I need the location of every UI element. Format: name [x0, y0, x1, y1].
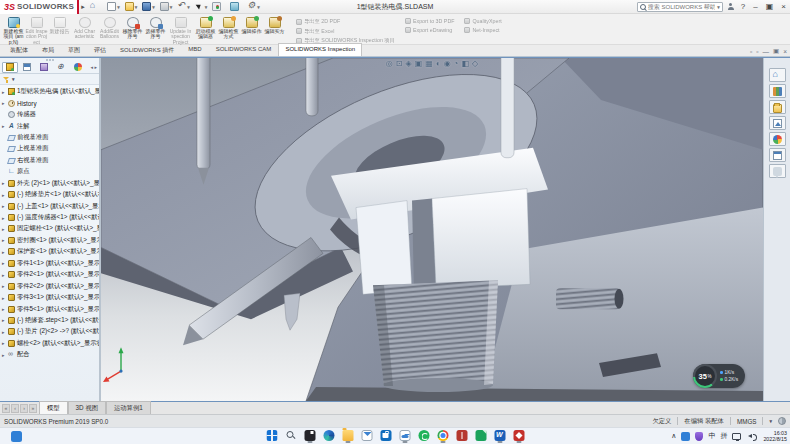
graphics-viewport[interactable]: ◎⊡◈▣▦◐◉◔◧◇ 35% 1K/s 0.2K/s [101, 58, 763, 401]
taskbar-pinned-doc[interactable] [10, 431, 22, 442]
tab-scroll-button[interactable]: » [29, 404, 37, 413]
tab-scroll-button[interactable]: « [2, 404, 10, 413]
taskbar-icon[interactable] [323, 430, 335, 443]
units-caret[interactable]: ▾ [769, 418, 772, 424]
command-tab[interactable]: MBD [181, 43, 208, 56]
taskbar-clock[interactable]: 16:03 2022/8/15 [763, 430, 787, 443]
chevron-down-icon[interactable]: ▾ [187, 4, 190, 10]
export-button[interactable]: 导出至 Excel [296, 28, 395, 35]
chevron-down-icon[interactable]: ▾ [205, 4, 208, 10]
tree-item[interactable]: 保护套<1> (默认<<默认>_显示状 [0, 246, 99, 257]
document-tab[interactable]: 运动算例1 [106, 401, 151, 414]
chevron-down-icon[interactable]: ▾ [135, 4, 138, 10]
chevron-down-icon[interactable]: ▾ [117, 4, 120, 10]
tray-expand-icon[interactable]: ∧ [671, 432, 676, 440]
ribbon-button[interactable]: 编辑操作 [240, 15, 263, 34]
quick-access-button[interactable]: ▾ [141, 1, 156, 13]
help-button[interactable]: ? [739, 0, 747, 14]
export-button[interactable]: Export eDrawing [405, 27, 455, 33]
tree-item[interactable]: 注解 [0, 120, 99, 131]
taskbar-icon[interactable] [456, 430, 468, 443]
chevron-down-icon[interactable]: ▾ [257, 4, 260, 10]
taskbar-icon[interactable] [513, 430, 525, 443]
ribbon-button[interactable]: 新建检查项目 (amp;N) [2, 15, 25, 45]
security-shield-icon[interactable] [695, 432, 703, 441]
menu-expand-arrow[interactable]: ▸ [81, 3, 85, 11]
ribbon-button[interactable]: Add Characteristic [73, 15, 96, 40]
tree-item[interactable]: 前视基准面 [0, 132, 99, 143]
ribbon-button[interactable]: Add/Edit Balloons [98, 15, 121, 40]
search-options-caret[interactable]: ▾ [717, 4, 720, 10]
tree-item[interactable]: 原点 [0, 166, 99, 177]
search-input[interactable] [648, 4, 715, 10]
quick-access-button[interactable]: ▾ [106, 1, 121, 13]
doc-window-control[interactable]: × [783, 48, 787, 55]
doc-window-control[interactable]: ▫ [756, 48, 758, 55]
status-options-icon[interactable] [778, 417, 786, 425]
minimize-button[interactable]: – [751, 0, 759, 14]
taskbar-icon[interactable] [285, 430, 297, 443]
taskbar-icon[interactable] [475, 430, 487, 443]
command-tab[interactable]: SOLIDWORKS 插件 [113, 43, 181, 56]
heads-up-tool[interactable]: ◐ [436, 59, 441, 68]
filter-caret[interactable]: ▾ [12, 76, 15, 82]
ribbon-button[interactable]: Update Inspection Project [169, 15, 192, 45]
taskbar-icon[interactable] [361, 430, 373, 443]
manager-tab[interactable] [19, 62, 35, 73]
command-tab[interactable]: 装配体 [3, 43, 35, 56]
tab-scroll-button[interactable]: ‹ [11, 404, 19, 413]
tree-item[interactable]: 外壳 (2)<1> (默认<<默认>_显示状 [0, 178, 99, 189]
tree-item[interactable]: History [0, 97, 99, 108]
close-button[interactable]: × [779, 0, 788, 14]
task-pane-tab[interactable] [769, 84, 786, 98]
taskbar-icon[interactable] [399, 430, 411, 443]
ribbon-button[interactable]: Edit Inspection Project [25, 15, 48, 45]
task-pane-tab[interactable] [769, 116, 786, 130]
heads-up-tool[interactable]: ◎ [386, 59, 393, 68]
doc-window-control[interactable]: ▫ [750, 48, 752, 55]
taskbar-icon[interactable] [342, 430, 354, 443]
tree-item[interactable]: (-) 垫片 (2)<2> ->? (默认<<默认> [0, 326, 99, 337]
command-tab[interactable]: 评估 [87, 43, 113, 56]
heads-up-tool[interactable]: ⊡ [396, 59, 403, 68]
tree-item[interactable]: 固定螺栓<1> (默认<<默认>_显示 [0, 223, 99, 234]
command-tab[interactable]: SOLIDWORKS CAM [209, 43, 279, 56]
doc-window-control[interactable]: — [763, 48, 770, 55]
quick-access-button[interactable]: ▾ [246, 1, 261, 13]
document-tab[interactable]: 模型 [39, 401, 68, 414]
tree-item[interactable]: 配合 [0, 349, 99, 360]
manager-tab[interactable] [36, 62, 52, 73]
taskbar-icon[interactable] [437, 430, 449, 443]
display-tray-icon[interactable] [732, 433, 741, 440]
heads-up-tool[interactable]: ◈ [406, 59, 412, 68]
volume-icon[interactable] [746, 432, 755, 441]
ime-language-button[interactable]: 中 [708, 431, 715, 441]
document-tab[interactable]: 3D 视图 [68, 401, 106, 414]
quick-access-button[interactable]: ▾ [159, 1, 174, 13]
quick-access-button[interactable]: ▾ [229, 1, 244, 13]
tree-item[interactable]: 传感器 [0, 109, 99, 120]
quick-access-button[interactable]: ▾ [211, 1, 226, 13]
manager-tab[interactable] [53, 62, 69, 73]
tree-item[interactable]: 零件3<1> (默认<<默认>_显示状 [0, 292, 99, 303]
tree-item[interactable]: 密封圈<1> (默认<<默认>_显示状 [0, 235, 99, 246]
heads-up-tool[interactable]: ◇ [472, 59, 478, 68]
task-pane-tab[interactable] [769, 132, 786, 146]
ime-mode-button[interactable]: 拼 [720, 431, 727, 441]
tree-item[interactable]: 零件5<1> (默认<<默认>_显示状态 [0, 303, 99, 314]
heads-up-tool[interactable]: ◧ [461, 59, 469, 68]
tree-item[interactable]: 零件2<2> (默认<<默认>_显示状 [0, 280, 99, 291]
tree-item[interactable]: (-) 绝缘套.step<1> (默认<<默认 [0, 315, 99, 326]
task-pane-tab[interactable] [769, 148, 786, 162]
restore-button[interactable]: ▣ [764, 0, 776, 14]
quick-access-button[interactable]: ▾ [124, 1, 139, 13]
export-button[interactable]: QualityXpert [464, 18, 501, 24]
taskbar-icon[interactable] [266, 430, 278, 443]
doc-window-control[interactable]: ▣ [773, 47, 779, 55]
ribbon-button[interactable]: 选择零件序号 [144, 15, 167, 40]
tab-scroll-arrows[interactable]: ◂ ▸ [91, 64, 97, 70]
export-button[interactable]: Export to 3D PDF [405, 18, 455, 24]
tree-item[interactable]: 右视基准面 [0, 155, 99, 166]
heads-up-tool[interactable]: ◉ [444, 59, 451, 68]
help-search-box[interactable]: ▾ [637, 2, 723, 12]
